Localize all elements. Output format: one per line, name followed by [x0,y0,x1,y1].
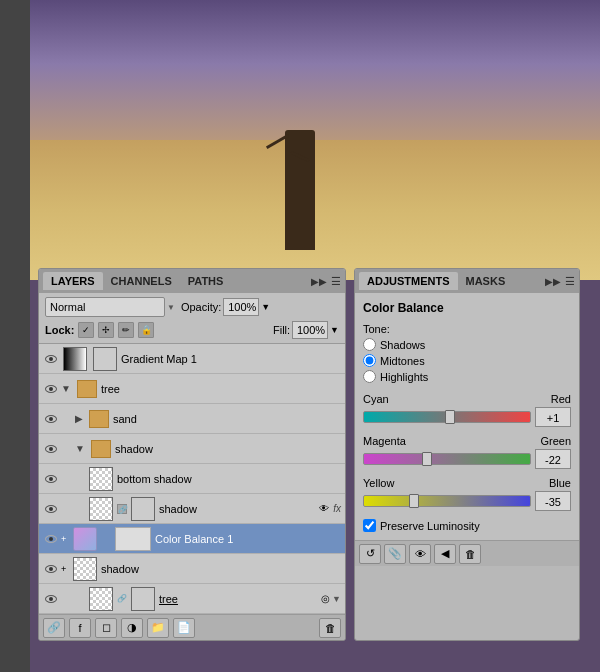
shadows-radio-row: Shadows [363,338,571,351]
layer-visibility-toggle[interactable] [43,471,59,487]
magenta-green-slider[interactable] [363,453,531,465]
slider-handle[interactable] [445,410,455,424]
clip-button[interactable]: 📎 [384,544,406,564]
panel-tabs-layers: LAYERS CHANNELS PATHS ▶▶ ☰ [39,269,345,293]
collapse-arrow[interactable]: ▼ [61,383,71,394]
new-adjustment-button[interactable]: ◑ [121,618,143,638]
layers-bottom-bar: 🔗 f ◻ ◑ 📁 📄 🗑 [39,614,345,640]
layer-visibility-toggle[interactable] [43,381,59,397]
magenta-green-section: Magenta Green -22 [363,435,571,469]
shadows-radio[interactable] [363,338,376,351]
layer-name: bottom shadow [117,473,341,485]
layer-visibility-toggle[interactable] [43,561,59,577]
layer-visibility-toggle[interactable] [43,591,59,607]
slider-handle[interactable] [409,494,419,508]
green-label: Green [540,435,571,447]
delete-adj-button[interactable]: 🗑 [459,544,481,564]
layer-visibility-toggle[interactable] [43,501,59,517]
lock-check-icon[interactable]: ✓ [78,322,94,338]
add-style-button[interactable]: f [69,618,91,638]
opacity-label: Opacity: [181,301,221,313]
link-layers-button[interactable]: 🔗 [43,618,65,638]
fill-arrow[interactable]: ▼ [330,325,339,335]
eye-button[interactable]: 👁 [409,544,431,564]
slider-handle[interactable] [422,452,432,466]
layer-fx-label: fx [333,503,341,514]
cyan-red-slider[interactable] [363,411,531,423]
eye-icon [45,355,57,363]
layer-menu-icon[interactable]: ▼ [332,594,341,604]
eye-icon [45,565,57,573]
midtones-label: Midtones [380,355,425,367]
adj-panel-menu[interactable]: ▶▶ ☰ [545,275,575,288]
layer-row[interactable]: + shadow [39,554,345,584]
tone-section: Tone: Shadows Midtones Highlights [363,323,571,383]
cyan-red-value[interactable]: +1 [535,407,571,427]
magenta-label: Magenta [363,435,406,447]
layer-row[interactable]: ▶ sand [39,404,345,434]
yellow-blue-slider[interactable] [363,495,531,507]
blend-mode-wrapper: Normal ▼ [45,297,175,317]
panel-menu-icon[interactable]: ▶▶ ☰ [311,275,341,288]
layer-row[interactable]: bottom shadow [39,464,345,494]
tab-channels[interactable]: CHANNELS [103,272,180,290]
layer-name: Color Balance 1 [155,533,341,545]
highlights-radio[interactable] [363,370,376,383]
collapse-arrow[interactable]: ▶ [75,413,83,424]
red-label: Red [551,393,571,405]
reset-button[interactable]: ↺ [359,544,381,564]
tab-masks[interactable]: MASKS [458,272,514,290]
slider-header-cr: Cyan Red [363,393,571,405]
opacity-arrow[interactable]: ▼ [261,302,270,312]
blend-mode-select[interactable]: Normal [45,297,165,317]
opacity-input[interactable] [223,298,259,316]
back-button[interactable]: ◀ [434,544,456,564]
background-photo [0,0,600,280]
layer-row[interactable]: ▼ tree [39,374,345,404]
tab-adjustments[interactable]: ADJUSTMENTS [359,272,458,290]
layer-folder-icon [91,440,111,458]
lock-paint-icon[interactable]: ✏ [118,322,134,338]
layer-row[interactable]: ▼ shadow [39,434,345,464]
bg-tree [285,130,315,250]
eye-icon [45,385,57,393]
layer-row[interactable]: Gradient Map 1 [39,344,345,374]
layer-name: shadow [115,443,341,455]
eye-icon [45,595,57,603]
layer-visibility-toggle[interactable] [43,531,59,547]
layer-visibility-toggle[interactable] [43,411,59,427]
layer-mask-thumbnail [93,347,117,371]
slider-header-mg: Magenta Green [363,435,571,447]
new-layer-button[interactable]: 📄 [173,618,195,638]
layer-row-selected[interactable]: + Color Balance 1 [39,524,345,554]
lock-all-icon[interactable]: 🔒 [138,322,154,338]
midtones-radio[interactable] [363,354,376,367]
fill-input[interactable] [292,321,328,339]
delete-layer-button[interactable]: 🗑 [319,618,341,638]
layer-row[interactable]: 🔗 shadow 👁 fx [39,494,345,524]
collapse-arrow[interactable]: ▼ [75,443,85,454]
magenta-green-value[interactable]: -22 [535,449,571,469]
adjustments-panel: ADJUSTMENTS MASKS ▶▶ ☰ Color Balance Ton… [354,268,580,641]
layer-target-icon: ◎ [321,593,330,604]
tab-paths[interactable]: PATHS [180,272,232,290]
preserve-checkbox[interactable] [363,519,376,532]
layer-thumbnail [89,587,113,611]
layer-controls: Normal ▼ Opacity: ▼ Lock: ✓ ✢ ✏ 🔒 Fill: [39,293,345,344]
layer-link-icon: 🔗 [117,504,127,514]
blue-label: Blue [549,477,571,489]
link-icon: 🔗 [117,594,127,604]
layer-visibility-toggle[interactable] [43,351,59,367]
tab-layers[interactable]: LAYERS [43,272,103,290]
opacity-control: Opacity: ▼ [181,298,270,316]
preserve-row: Preserve Luminosity [363,519,571,532]
layer-row[interactable]: 🔗 tree ◎ ▼ [39,584,345,614]
layer-visibility-toggle[interactable] [43,441,59,457]
lock-move-icon[interactable]: ✢ [98,322,114,338]
add-mask-button[interactable]: ◻ [95,618,117,638]
yellow-blue-value[interactable]: -35 [535,491,571,511]
layer-visibility-icon[interactable]: 👁 [319,503,329,514]
slider-row-yb: -35 [363,491,571,511]
layer-name: Gradient Map 1 [121,353,341,365]
new-group-button[interactable]: 📁 [147,618,169,638]
